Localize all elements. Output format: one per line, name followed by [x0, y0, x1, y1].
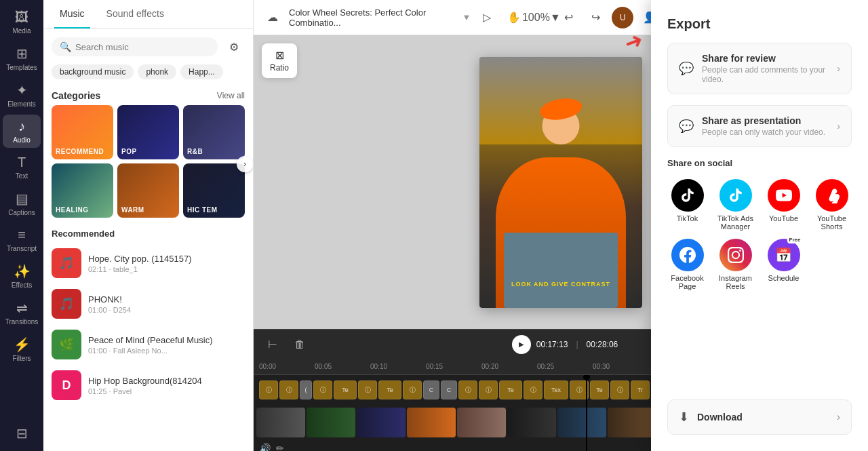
- edit-icon[interactable]: ✏: [276, 443, 284, 451]
- track-token[interactable]: (: [300, 380, 312, 399]
- captions-icon: ▤: [16, 191, 28, 207]
- download-icon: ⬇: [679, 410, 689, 425]
- track-token[interactable]: Te: [334, 380, 357, 399]
- track-token[interactable]: ⓘ: [479, 380, 498, 399]
- track-token[interactable]: ⓘ: [458, 380, 477, 399]
- track-thumb[interactable]: [457, 408, 506, 437]
- delete-icon-btn[interactable]: 🗑: [289, 334, 311, 355]
- trim-icon-btn[interactable]: ⊢: [262, 334, 283, 355]
- chip-phonk[interactable]: phonk: [138, 64, 176, 79]
- sidebar-item-apps[interactable]: ⊟: [3, 421, 41, 446]
- tab-sound-effects[interactable]: Sound effects: [101, 0, 170, 28]
- social-item-facebook[interactable]: Facebook Page: [667, 239, 707, 290]
- chip-background-music[interactable]: background music: [52, 64, 134, 79]
- filter-icon-btn[interactable]: ⚙: [223, 36, 245, 58]
- ruler-mark-5: 00:25: [537, 363, 593, 370]
- sidebar-item-transcript[interactable]: ≡ Transcript: [3, 223, 41, 256]
- share-presentation-desc: People can only watch your video.: [702, 128, 829, 137]
- share-review-option[interactable]: 💬 Share for review People can add commen…: [667, 43, 852, 94]
- track-token[interactable]: Tr: [631, 380, 650, 399]
- music-info-2: Peace of Mind (Peaceful Music) 01:00 · F…: [88, 335, 245, 355]
- social-item-instagram[interactable]: Instagram Reels: [715, 239, 755, 290]
- track-thumb[interactable]: [357, 408, 406, 437]
- music-item-2[interactable]: 🌿 Peace of Mind (Peaceful Music) 01:00 ·…: [43, 324, 253, 365]
- category-healing[interactable]: HEALING: [52, 163, 113, 218]
- track-thumb[interactable]: [507, 408, 556, 437]
- social-item-youtube[interactable]: YouTube: [764, 179, 804, 231]
- sidebar-item-filters[interactable]: ⚡ Filters: [3, 332, 41, 366]
- zoom-label: 100%: [522, 12, 550, 24]
- track-token[interactable]: Te: [499, 380, 522, 399]
- track-token[interactable]: ⓘ: [259, 380, 278, 399]
- share-presentation-option[interactable]: 💬 Share as presentation People can only …: [667, 105, 852, 147]
- sidebar-item-templates[interactable]: ⊞ Templates: [3, 41, 41, 75]
- track-thumb[interactable]: [307, 408, 355, 437]
- undo-icon: ↩: [564, 11, 573, 24]
- track-token[interactable]: ⓘ: [279, 380, 298, 399]
- music-item-0[interactable]: 🎵 Hope. City pop. (1145157) 02:11 · tabl…: [43, 243, 253, 283]
- search-box[interactable]: 🔍: [52, 37, 218, 56]
- download-button[interactable]: ⬇ Download ›: [667, 399, 852, 435]
- ruler-mark-6: 00:30: [593, 363, 648, 370]
- track-token[interactable]: ⓘ: [610, 380, 629, 399]
- view-all-link[interactable]: View all: [217, 91, 245, 100]
- chip-happy[interactable]: Happ...: [180, 64, 223, 79]
- sidebar-item-audio[interactable]: ♪ Audio: [3, 115, 41, 148]
- social-item-tiktok-ads[interactable]: TikTok Ads Manager: [715, 179, 755, 231]
- ratio-button[interactable]: ⊠ Ratio: [262, 43, 297, 78]
- track-thumb[interactable]: [407, 408, 456, 437]
- music-thumb-1: 🎵: [52, 289, 81, 319]
- cloud-icon-btn[interactable]: ☁: [262, 7, 283, 28]
- music-item-1[interactable]: 🎵 PHONK! 01:00 · D254: [43, 283, 253, 324]
- category-hic[interactable]: HIC TEM: [183, 163, 245, 218]
- tiktok-icon: [671, 179, 704, 212]
- track-token[interactable]: ⓘ: [524, 380, 542, 399]
- playhead[interactable]: [586, 375, 587, 451]
- sidebar-item-text[interactable]: T Text: [3, 151, 41, 184]
- track-token[interactable]: Tex: [544, 380, 568, 399]
- project-title[interactable]: Color Wheel Secrets: Perfect Color Combi…: [289, 7, 471, 28]
- music-thumb-3: D: [52, 370, 81, 400]
- download-label: Download: [697, 412, 829, 423]
- facebook-icon: [671, 239, 704, 271]
- category-recommend[interactable]: RECOMMEND: [52, 105, 113, 159]
- audio-icon: ♪: [18, 119, 25, 134]
- tab-music[interactable]: Music: [54, 0, 90, 28]
- avatar[interactable]: U: [612, 7, 633, 28]
- templates-icon: ⊞: [16, 45, 28, 62]
- music-item-3[interactable]: D Hip Hop Background(814204 01:25 · Pave…: [43, 365, 253, 406]
- youtube-shorts-icon: [816, 179, 848, 212]
- track-thumb[interactable]: [557, 408, 606, 437]
- category-pop[interactable]: POP: [117, 105, 179, 159]
- play-button[interactable]: ▶: [512, 335, 531, 354]
- categories-next-arrow[interactable]: ›: [237, 156, 253, 172]
- category-rb[interactable]: R&B: [183, 105, 245, 159]
- category-warm[interactable]: WARM: [117, 163, 179, 218]
- search-input[interactable]: [75, 42, 210, 52]
- sidebar-item-captions[interactable]: ▤ Captions: [3, 187, 41, 220]
- track-token[interactable]: Te: [590, 380, 609, 399]
- track-token[interactable]: ⓘ: [403, 380, 422, 399]
- undo-btn[interactable]: ↩: [557, 7, 579, 28]
- social-item-schedule[interactable]: 📅 Free Schedule: [764, 239, 804, 290]
- social-item-youtube-shorts[interactable]: YouTube Shorts: [812, 179, 852, 231]
- track-token[interactable]: ⓘ: [358, 380, 377, 399]
- search-icon: 🔍: [60, 41, 71, 52]
- play-icon-btn[interactable]: ▷: [476, 7, 498, 28]
- track-token[interactable]: C: [423, 380, 439, 399]
- track-thumb[interactable]: [608, 408, 656, 437]
- sidebar-item-effects[interactable]: ✨ Effects: [3, 259, 41, 293]
- redo-btn[interactable]: ↪: [585, 7, 606, 28]
- youtube-icon: [768, 179, 800, 212]
- track-token[interactable]: C: [441, 380, 457, 399]
- zoom-btn[interactable]: 100% ▼: [530, 7, 552, 28]
- sidebar-item-transitions[interactable]: ⇌ Transitions: [3, 296, 41, 330]
- sidebar-item-elements[interactable]: ✦ Elements: [3, 78, 41, 112]
- track-token[interactable]: Te: [378, 380, 401, 399]
- track-thumb[interactable]: [256, 408, 305, 437]
- sidebar-item-media[interactable]: 🖼 Media: [3, 5, 41, 39]
- volume-icon[interactable]: 🔊: [259, 443, 271, 451]
- ruler-mark-2: 00:10: [370, 363, 426, 370]
- track-token[interactable]: ⓘ: [313, 380, 332, 399]
- social-item-tiktok[interactable]: TikTok: [667, 179, 707, 231]
